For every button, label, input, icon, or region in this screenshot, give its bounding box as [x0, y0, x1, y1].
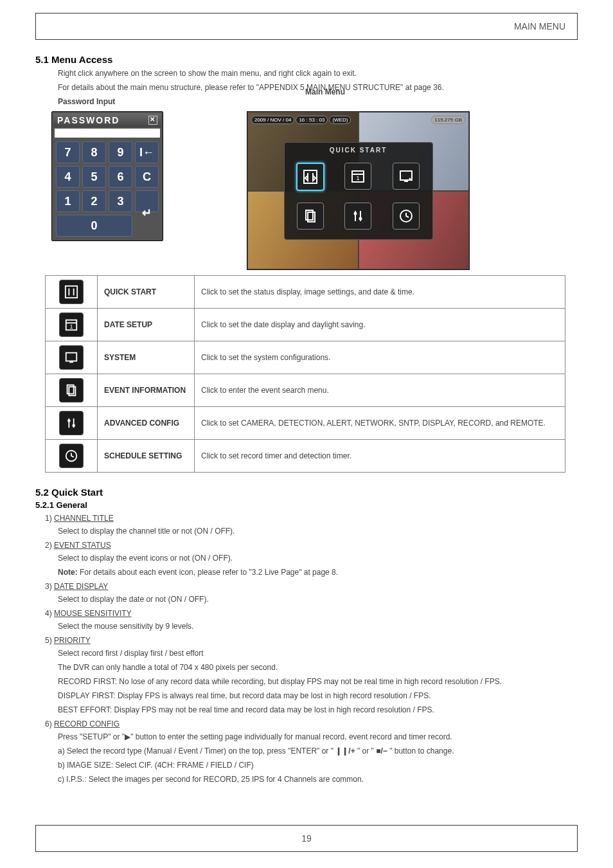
func-desc: Click to set record timer and detection …	[195, 440, 565, 473]
record-config-c: c) I.P.S.: Select the images per second …	[58, 773, 578, 785]
osd-time: 16 : 53 : 03	[296, 116, 328, 124]
password-keypad: PASSWORD ✕ 7 8 9 I← 4 5 6 C 1 2 3 ↵ 0	[51, 111, 163, 241]
key-9[interactable]: 9	[109, 141, 132, 163]
key-1[interactable]: 1	[56, 190, 80, 212]
page-header: MAIN MENU	[35, 13, 578, 40]
event-note: Note: For details about each event icon,…	[58, 566, 578, 578]
key-0[interactable]: 0	[56, 215, 132, 237]
record-config-a: a) Select the record type (Manual / Even…	[58, 745, 578, 757]
func-desc: Click to set the date display and daylig…	[195, 309, 565, 341]
item-priority: 5) PRIORITY	[45, 636, 578, 645]
section-5-2-title: 5.2 Quick Start	[35, 487, 578, 498]
section-5-2-1-title: 5.2.1 General	[35, 500, 578, 510]
pause-plus-icon: ❙❙/+	[335, 746, 355, 755]
priority-display-first: DISPLAY FIRST: Display FPS is always rea…	[58, 690, 578, 701]
page-number: 19	[301, 833, 312, 844]
function-table: QUICK START Click to set the status disp…	[45, 275, 565, 473]
table-row: EVENT INFORMATION Click to enter the eve…	[46, 374, 565, 407]
osd-day: (WED)	[329, 116, 351, 124]
priority-record-first: RECORD FIRST: No lose of any record data…	[58, 676, 578, 687]
section-5-1-title: 5.1 Menu Access	[35, 54, 578, 65]
key-2[interactable]: 2	[82, 190, 106, 212]
quick-start-panel: QUICK START 1	[284, 142, 433, 240]
close-icon[interactable]: ✕	[148, 116, 157, 125]
func-desc: Click to set CAMERA, DETECTION, ALERT, N…	[195, 407, 565, 440]
key-3[interactable]: 3	[109, 190, 132, 212]
svg-rect-15	[66, 353, 77, 361]
key-6[interactable]: 6	[109, 166, 132, 188]
item-channel-title: 1) CHANNEL TITLE	[45, 514, 578, 523]
password-display	[55, 129, 160, 138]
key-backspace[interactable]: I←	[135, 141, 159, 163]
dvr-screenshot: 2009 / NOV / 04 16 : 53 : 03 (WED) 115.2…	[247, 111, 470, 270]
svg-rect-5	[404, 180, 408, 182]
func-name: ADVANCED CONFIG	[98, 407, 195, 440]
qs-event-info-icon[interactable]	[297, 203, 324, 230]
item-date-display: 3) DATE DISPLAY	[45, 582, 578, 591]
key-5[interactable]: 5	[82, 166, 106, 188]
svg-rect-11	[66, 286, 77, 298]
table-row: 1 DATE SETUP Click to set the date displ…	[46, 309, 565, 341]
key-clear[interactable]: C	[135, 166, 159, 188]
qs-date-setup-icon[interactable]: 1	[344, 163, 371, 190]
advanced-config-icon	[59, 411, 84, 435]
svg-point-8	[354, 212, 357, 215]
table-row: ADVANCED CONFIG Click to set CAMERA, DET…	[46, 407, 565, 440]
func-name: QUICK START	[98, 276, 195, 309]
item-record-config: 6) RECORD CONFIG	[45, 719, 578, 728]
page-footer: 19	[35, 825, 578, 852]
osd-capacity: 115.275 GB	[431, 116, 465, 124]
header-title: MAIN MENU	[514, 21, 565, 32]
table-row: SYSTEM Click to set the system configura…	[46, 341, 565, 374]
svg-point-20	[72, 424, 75, 427]
func-desc: Click to enter the event search menu.	[195, 374, 565, 407]
schedule-icon	[59, 444, 84, 468]
record-config-b: b) IMAGE SIZE: Select CIF. (4CH: FRAME /…	[58, 759, 578, 771]
stop-minus-icon: ■/−	[376, 746, 387, 755]
svg-point-19	[67, 419, 71, 422]
label-main-menu: Main Menu	[305, 86, 345, 98]
key-4[interactable]: 4	[56, 166, 80, 188]
func-desc: Click to set the system configurations.	[195, 341, 565, 374]
svg-text:1: 1	[70, 324, 73, 330]
quick-start-title: QUICK START	[285, 143, 432, 154]
keypad-title-text: PASSWORD	[57, 115, 120, 125]
table-row: QUICK START Click to set the status disp…	[46, 276, 565, 309]
osd-date: 2009 / NOV / 04	[251, 116, 294, 124]
item-event-status: 2) EVENT STATUS	[45, 541, 578, 550]
quick-start-icon	[59, 280, 84, 304]
key-7[interactable]: 7	[56, 141, 80, 163]
priority-best-effort: BEST EFFORT: Display FPS may not be real…	[58, 704, 578, 716]
func-name: DATE SETUP	[98, 309, 195, 341]
para-rightclick: Right click anywhere on the screen to sh…	[58, 68, 578, 79]
func-desc: Click to set the status display, image s…	[195, 276, 565, 309]
qs-advanced-config-icon[interactable]	[344, 203, 371, 230]
qs-quick-start-icon[interactable]	[296, 163, 324, 191]
qs-system-icon[interactable]	[393, 163, 420, 190]
system-icon	[59, 345, 84, 370]
func-name: SCHEDULE SETTING	[98, 440, 195, 473]
qs-schedule-icon[interactable]	[393, 203, 420, 230]
func-name: EVENT INFORMATION	[98, 374, 195, 407]
event-info-icon	[59, 378, 84, 402]
key-enter[interactable]: ↵	[135, 190, 159, 212]
svg-text:1: 1	[357, 175, 360, 181]
svg-point-9	[359, 217, 362, 220]
key-8[interactable]: 8	[82, 141, 106, 163]
svg-rect-16	[69, 361, 73, 363]
table-row: SCHEDULE SETTING Click to set record tim…	[46, 440, 565, 473]
date-setup-icon: 1	[59, 312, 84, 337]
func-name: SYSTEM	[98, 341, 195, 374]
item-mouse-sensitivity: 4) MOUSE SENSITIVITY	[45, 609, 578, 618]
